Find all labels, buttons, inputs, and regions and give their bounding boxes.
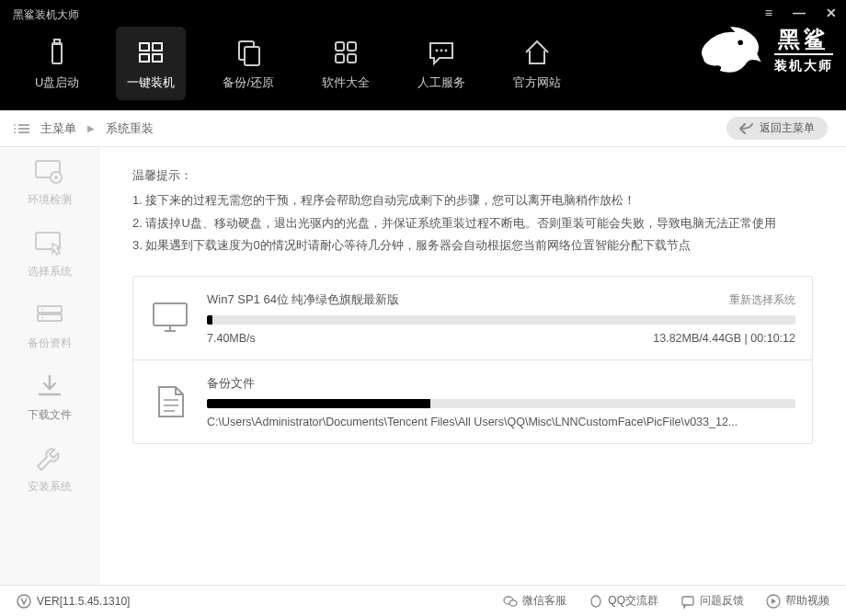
top-nav: U盘启动 一键装机 备份/还原 软件大全 人工服务 xyxy=(24,27,572,100)
backup-row: 备份文件 C:\Users\Administrator\Documents\Te… xyxy=(133,359,812,443)
feedback-icon xyxy=(680,594,695,609)
svg-rect-3 xyxy=(153,43,162,51)
svg-rect-10 xyxy=(336,54,344,63)
svg-rect-29 xyxy=(682,597,693,605)
sidebar: 环境检测 选择系统 备份资料 下载文件 安装系统 xyxy=(0,147,99,585)
sidebar-item-download[interactable]: 下载文件 xyxy=(0,362,98,434)
tip-line: 1. 接下来的过程无需您的干预，程序会帮助您自动完成剩下的步骤，您可以离开电脑稍… xyxy=(132,189,813,212)
svg-point-18 xyxy=(54,176,58,179)
svg-point-23 xyxy=(41,316,43,318)
svg-rect-9 xyxy=(348,42,356,51)
download-speed: 7.40MB/s xyxy=(207,332,256,345)
svg-rect-11 xyxy=(348,54,356,63)
backup-progress xyxy=(207,399,795,408)
svg-point-13 xyxy=(440,50,443,52)
sidebar-item-env-check[interactable]: 环境检测 xyxy=(0,147,98,219)
foot-feedback[interactable]: 问题反馈 xyxy=(680,593,744,609)
side-label: 备份资料 xyxy=(28,336,72,351)
svg-rect-7 xyxy=(245,47,259,65)
cursor-monitor-icon xyxy=(34,231,65,258)
body: 环境检测 选择系统 备份资料 下载文件 安装系统 温馨提 xyxy=(0,147,846,585)
side-label: 下载文件 xyxy=(28,407,72,423)
nav-official-site[interactable]: 官方网站 xyxy=(502,27,572,100)
usb-icon xyxy=(40,36,74,69)
gear-monitor-icon xyxy=(34,159,65,187)
svg-point-27 xyxy=(509,599,517,605)
minimize-icon[interactable]: — xyxy=(793,6,806,20)
chat-icon xyxy=(425,36,458,69)
wrench-icon xyxy=(34,446,65,473)
nav-software[interactable]: 软件大全 xyxy=(311,27,381,100)
sidebar-item-install[interactable]: 安装系统 xyxy=(0,434,98,506)
crumb-current: 系统重装 xyxy=(106,120,154,137)
list-icon xyxy=(18,124,29,133)
nav-usb-boot[interactable]: U盘启动 xyxy=(24,27,90,100)
app-title: 黑鲨装机大师 xyxy=(13,7,79,23)
version: VER[11.5.45.1310] xyxy=(17,594,130,609)
svg-point-25 xyxy=(17,595,30,608)
svg-rect-5 xyxy=(153,54,162,62)
close-icon[interactable]: ✕ xyxy=(826,6,837,20)
task-panel: Win7 SP1 64位 纯净绿色旗舰最新版 重新选择系统 7.40MB/s 1… xyxy=(132,276,813,444)
crumb-main[interactable]: 主菜单 xyxy=(40,120,76,137)
windows-icon xyxy=(134,36,167,69)
reselect-system-link[interactable]: 重新选择系统 xyxy=(729,292,795,308)
monitor-icon xyxy=(150,300,190,337)
foot-label: 问题反馈 xyxy=(700,593,744,609)
apps-icon xyxy=(329,36,362,69)
header: 黑鲨装机大师 ≡ — ✕ U盘启动 一键装机 备份/还原 xyxy=(0,0,846,110)
nav-label: 软件大全 xyxy=(322,74,370,91)
play-icon xyxy=(766,594,781,609)
nav-label: 一键装机 xyxy=(127,74,175,91)
download-name: Win7 SP1 64位 纯净绿色旗舰最新版 xyxy=(207,291,400,308)
svg-rect-2 xyxy=(140,43,149,51)
back-label: 返回主菜单 xyxy=(760,120,815,136)
logo: 黑鲨 装机大师 xyxy=(693,26,833,77)
download-icon xyxy=(34,374,65,402)
logo-line1: 黑鲨 xyxy=(778,29,829,51)
version-icon xyxy=(17,594,31,609)
svg-rect-0 xyxy=(52,43,62,63)
copy-icon xyxy=(232,36,265,69)
svg-rect-21 xyxy=(38,314,62,321)
svg-point-14 xyxy=(445,50,448,52)
content: 温馨提示： 1. 接下来的过程无需您的干预，程序会帮助您自动完成剩下的步骤，您可… xyxy=(99,147,846,585)
shark-icon xyxy=(693,26,767,77)
version-text: VER[11.5.45.1310] xyxy=(37,595,130,608)
nav-label: 备份/还原 xyxy=(223,74,274,91)
side-label: 环境检测 xyxy=(28,192,72,208)
tip-line: 2. 请拔掉U盘、移动硬盘，退出光驱内的光盘，并保证系统重装过程不断电。否则重装… xyxy=(132,212,813,235)
nav-manual-service[interactable]: 人工服务 xyxy=(406,27,476,100)
nav-label: U盘启动 xyxy=(35,74,79,91)
chevron-right-icon: ▶ xyxy=(87,123,95,133)
foot-label: 帮助视频 xyxy=(785,593,829,609)
svg-point-12 xyxy=(436,50,439,52)
download-progress xyxy=(207,315,795,325)
svg-rect-4 xyxy=(140,54,149,62)
tip-line: 3. 如果遇到下载速度为0的情况时请耐心等待几分钟，服务器会自动根据您当前网络位… xyxy=(132,234,813,257)
sidebar-item-select-system[interactable]: 选择系统 xyxy=(0,219,98,291)
database-icon xyxy=(34,302,65,330)
menu-icon[interactable]: ≡ xyxy=(765,6,772,20)
foot-label: 微信客服 xyxy=(522,593,566,609)
window-controls: ≡ — ✕ xyxy=(765,6,837,20)
backup-name: 备份文件 xyxy=(207,375,255,392)
svg-point-22 xyxy=(41,308,43,310)
svg-point-15 xyxy=(737,40,743,45)
foot-qq[interactable]: QQ交流群 xyxy=(589,593,658,609)
back-button[interactable]: 返回主菜单 xyxy=(726,117,828,140)
backup-path: C:\Users\Administrator\Documents\Tencent… xyxy=(207,416,737,428)
side-label: 选择系统 xyxy=(28,264,72,279)
foot-wechat[interactable]: 微信客服 xyxy=(503,593,566,609)
nav-one-click[interactable]: 一键装机 xyxy=(116,27,186,100)
svg-rect-1 xyxy=(54,40,60,44)
svg-point-28 xyxy=(591,596,600,607)
nav-backup-restore[interactable]: 备份/还原 xyxy=(212,27,285,100)
svg-rect-24 xyxy=(154,303,187,325)
sidebar-item-backup-data[interactable]: 备份资料 xyxy=(0,291,98,362)
home-icon xyxy=(520,36,554,69)
svg-rect-20 xyxy=(38,306,62,313)
footer: VER[11.5.45.1310] 微信客服 QQ交流群 问题反馈 帮助视频 xyxy=(0,585,846,616)
foot-help-video[interactable]: 帮助视频 xyxy=(766,593,829,609)
nav-label: 人工服务 xyxy=(417,74,465,91)
